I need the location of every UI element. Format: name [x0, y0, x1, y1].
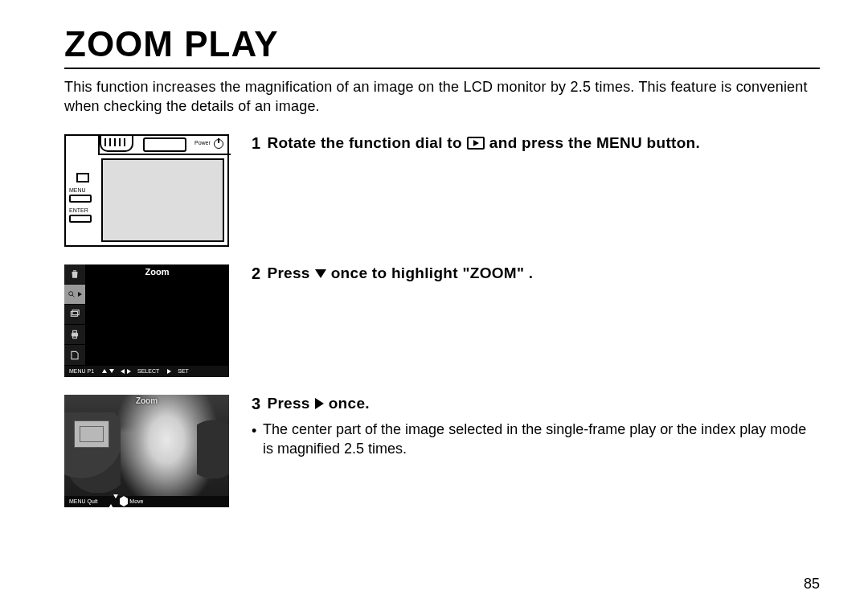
- svg-rect-6: [73, 331, 77, 334]
- step-3-number: 3: [252, 395, 260, 413]
- slideshow-icon: [64, 305, 85, 325]
- menu-title: Zoom: [85, 264, 229, 279]
- print-icon: [64, 325, 85, 345]
- intro-text: This function increases the magnificatio…: [64, 77, 820, 117]
- figure-menu-screen: Zoom MENU P1 SELECT SET: [64, 264, 229, 377]
- title-rule: [64, 68, 820, 69]
- step-1-post: and press the MENU button.: [489, 134, 700, 152]
- trash-icon: [64, 264, 85, 285]
- card-setup-icon: [64, 345, 85, 365]
- menu-sidebar: [64, 264, 85, 366]
- svg-rect-7: [73, 336, 77, 338]
- power-icon: [214, 139, 223, 149]
- page-title: ZOOM PLAY: [64, 24, 820, 64]
- step-3-pre: Press: [267, 395, 309, 412]
- camera-left-buttons: MENU ENTER: [69, 158, 96, 242]
- step-2-row: Zoom MENU P1 SELECT SET 2 Press once to …: [64, 264, 820, 377]
- lcd-screen-icon: [101, 158, 224, 242]
- zoomed-photo: Zoom MENU Quit Move: [64, 395, 229, 507]
- figure-zoomed-photo: Zoom MENU Quit Move: [64, 395, 229, 507]
- photo-bar-move: Move: [129, 498, 143, 504]
- step-2-post: once to highlight "ZOOM" .: [331, 264, 534, 282]
- step-3-post: once.: [329, 395, 370, 412]
- down-arrow-icon: [315, 269, 326, 278]
- display-button-icon: [76, 173, 89, 182]
- photo-title: Zoom: [64, 396, 229, 405]
- step-3-note: • The center part of the image selected …: [252, 420, 820, 459]
- menu-screen: Zoom MENU P1 SELECT SET: [64, 264, 229, 377]
- enter-button-label: ENTER: [69, 207, 96, 213]
- top-lcd-icon: [143, 137, 186, 152]
- step-2-pre: Press: [267, 264, 309, 282]
- step-2-text: 2 Press once to highlight "ZOOM" .: [252, 264, 820, 283]
- menu-button-label: MENU: [69, 187, 96, 193]
- photo-status-bar: MENU Quit Move: [64, 496, 229, 507]
- enter-button-icon: [69, 215, 92, 223]
- step-1-row: Power MENU ENTER 1 Rotate the function d…: [64, 134, 820, 247]
- photo-bar-menu: MENU Quit: [69, 498, 97, 504]
- playback-mode-icon: [467, 137, 485, 150]
- bullet-icon: •: [252, 420, 256, 441]
- step-1-pre: Rotate the function dial to: [267, 134, 461, 152]
- menu-bar-set: SET: [178, 368, 189, 374]
- step-3-row: Zoom MENU Quit Move 3 Press once. • The …: [64, 395, 820, 507]
- svg-line-2: [72, 295, 75, 297]
- step-1-text: 1 Rotate the function dial to and press …: [252, 134, 820, 153]
- step-3-text: 3 Press once.: [252, 395, 820, 413]
- step-1-number: 1: [252, 134, 260, 153]
- menu-bar-menu: MENU P1: [69, 368, 94, 374]
- zoom-icon: [64, 285, 85, 305]
- menu-bar-select: SELECT: [137, 368, 159, 374]
- manual-page: ZOOM PLAY This function increases the ma…: [0, 0, 868, 615]
- step-2-number: 2: [252, 264, 260, 283]
- step-3-note-text: The center part of the image selected in…: [263, 420, 820, 459]
- power-label: Power: [194, 140, 211, 146]
- page-number: 85: [804, 576, 820, 592]
- figure-camera-back: Power MENU ENTER: [64, 134, 229, 247]
- function-dial-icon: [100, 136, 133, 152]
- svg-marker-0: [473, 140, 479, 146]
- right-arrow-icon: [315, 398, 324, 409]
- sign-in-photo: [74, 420, 109, 448]
- camera-illustration: Power MENU ENTER: [64, 134, 229, 247]
- menu-status-bar: MENU P1 SELECT SET: [64, 366, 229, 377]
- menu-button-icon: [69, 195, 92, 203]
